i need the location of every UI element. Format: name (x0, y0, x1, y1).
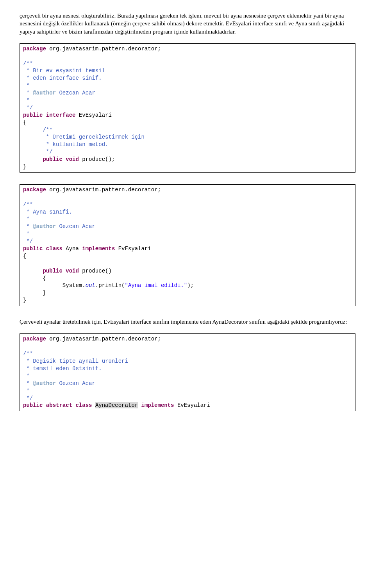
code-block-1: package org.javatasarim.pattern.decorato… (20, 43, 355, 173)
brace: } (23, 164, 26, 170)
method-call: .println( (95, 282, 125, 289)
string-literal: "Ayna imal edildi." (125, 282, 187, 289)
comment-line: * Degisik tipte aynali ürünleri (23, 358, 128, 364)
comment-line: */ (23, 395, 33, 401)
javadoc-tag: @author (33, 223, 56, 230)
keyword-implements: implements (141, 402, 174, 408)
space (92, 402, 95, 408)
method-sig: produce(); (79, 156, 115, 162)
comment-line: */ (23, 149, 53, 155)
comment-line: * (23, 231, 30, 237)
out-field: out (86, 282, 95, 289)
keyword-void: void (66, 268, 79, 274)
package-name: org.javatasarim.pattern.decorator; (46, 336, 161, 342)
keyword-interface: interface (46, 112, 76, 118)
brace: } (23, 290, 46, 296)
interface-ref: EvEsyalari (174, 402, 210, 408)
javadoc-tag: @author (33, 380, 56, 387)
comment-line: */ (23, 238, 33, 244)
keyword-public: public (43, 268, 62, 274)
method-sig: produce() (79, 268, 112, 274)
keyword-class: class (75, 402, 92, 408)
comment-line: * temsil eden üstsinif. (23, 365, 102, 372)
package-name: org.javatasarim.pattern.decorator; (46, 187, 161, 193)
paragraph-1: çerçeveli bir ayna nesnesi oluşturabilir… (20, 12, 355, 36)
class-name: Ayna (62, 246, 82, 252)
brace: { (23, 119, 26, 126)
brace: } (23, 297, 26, 303)
comment-line: * (23, 388, 30, 394)
comment-line: Oezcan Acar (56, 90, 95, 96)
comment-line: * Üretimi gerceklestirmek için (23, 134, 145, 140)
call-end: ); (187, 282, 194, 289)
comment-line: * (23, 82, 30, 89)
keyword-implements: implements (82, 246, 115, 252)
keyword-class: class (46, 246, 62, 252)
brace: { (23, 253, 26, 259)
class-name-highlighted: AynaDecorator (95, 402, 138, 408)
comment-line: * Ayna sınıfi. (23, 209, 72, 215)
keyword-public: public (23, 112, 43, 118)
comment-line: * (23, 380, 33, 387)
indent (23, 282, 62, 289)
system-ref: System. (62, 282, 86, 289)
code-block-2: package org.javatasarim.pattern.decorato… (20, 184, 355, 306)
comment-line: * (23, 97, 30, 103)
brace: { (23, 275, 46, 282)
interface-ref: EvEsyalari (115, 246, 151, 252)
code-block-3: package org.javatasarim.pattern.decorato… (20, 333, 355, 411)
indent (23, 156, 43, 162)
paragraph-2: Çerveveli aynalar üretebilmek için, EvEs… (20, 318, 355, 326)
comment-line: /** (23, 351, 33, 357)
comment-line: */ (23, 105, 33, 111)
comment-line: * (23, 373, 30, 379)
keyword-public: public (23, 246, 43, 252)
comment-line: Oezcan Acar (56, 223, 95, 230)
comment-line: * (23, 223, 33, 230)
comment-line: * Bir ev esyasini temsil (23, 68, 105, 74)
comment-line: /** (23, 127, 53, 133)
comment-line: * eden interface sinif. (23, 75, 102, 81)
keyword-public: public (23, 402, 43, 408)
javadoc-tag: @author (33, 90, 56, 96)
comment-line: * (23, 90, 33, 96)
interface-name: EvEsyalari (75, 112, 111, 118)
comment-line: Oezcan Acar (56, 380, 95, 387)
comment-line: * kullanilan metod. (23, 141, 108, 148)
comment-line: * (23, 216, 30, 222)
package-name: org.javatasarim.pattern.decorator; (46, 46, 161, 52)
comment-line: /** (23, 201, 33, 208)
keyword-void: void (66, 156, 79, 162)
keyword-package: package (23, 336, 46, 342)
comment-line: /** (23, 61, 33, 67)
keyword-package: package (23, 187, 46, 193)
keyword-abstract: abstract (46, 402, 72, 408)
keyword-package: package (23, 46, 46, 52)
keyword-public: public (43, 156, 62, 162)
indent (23, 268, 43, 274)
